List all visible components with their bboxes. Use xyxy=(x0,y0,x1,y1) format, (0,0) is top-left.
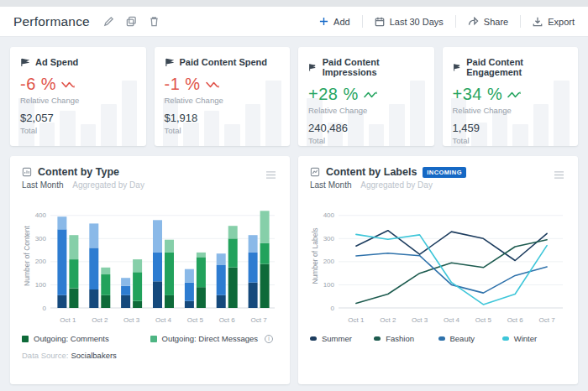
legend-item[interactable]: Winter xyxy=(502,334,566,343)
svg-text:0: 0 xyxy=(331,305,335,312)
kpi-total-value: 1,459 xyxy=(453,122,569,134)
chart-title: Content by Labels xyxy=(326,166,417,178)
legend-label: Beauty xyxy=(450,334,475,343)
kpi-title: Paid Content Impressions xyxy=(323,57,424,77)
content-by-labels-line-chart: 0100200300400Oct 1Oct 2Oct 3Oct 4Oct 5Oc… xyxy=(310,193,566,332)
chart-menu-icon[interactable] xyxy=(264,166,278,185)
export-button-label: Export xyxy=(548,17,575,27)
svg-text:200: 200 xyxy=(35,258,47,265)
kpi-title: Paid Content Engagement xyxy=(466,57,568,77)
data-source-value: Socialbakers xyxy=(71,351,116,360)
date-range-button[interactable]: Last 30 Days xyxy=(363,17,455,27)
chart-card-content-by-labels: Content by Labels INCOMING Last Month Ag… xyxy=(298,156,578,384)
kpi-title: Ad Spend xyxy=(35,57,78,67)
content-by-type-bar-chart: 0100200300400Oct 1Oct 2Oct 3Oct 4Oct 5Oc… xyxy=(22,193,278,332)
kpi-card-paid-content-spend[interactable]: Paid Content Spend -1 % Relative Change … xyxy=(155,47,291,146)
chart-menu-icon[interactable] xyxy=(552,166,566,185)
chart-aggregation: Aggregated by Day xyxy=(72,180,144,190)
page-title: Performance xyxy=(13,14,90,29)
svg-text:300: 300 xyxy=(323,235,335,242)
dashboard-header: Performance Add Last 30 Days Share Exp xyxy=(0,7,588,37)
add-button-label: Add xyxy=(333,17,350,27)
incoming-badge: INCOMING xyxy=(423,167,466,178)
svg-text:Oct 1: Oct 1 xyxy=(60,316,76,324)
svg-text:Oct 6: Oct 6 xyxy=(219,316,236,324)
svg-text:Oct 5: Oct 5 xyxy=(475,316,492,324)
svg-text:100: 100 xyxy=(323,281,335,289)
kpi-change-label: Relative Change xyxy=(165,96,281,105)
flag-icon xyxy=(308,63,317,72)
legend-label: Outgoing: Comments xyxy=(34,334,109,343)
legend-item[interactable]: Outgoing: Direct Messages i xyxy=(150,334,279,343)
kpi-card-paid-content-impressions[interactable]: Paid Content Impressions +28 % Relative … xyxy=(298,47,434,146)
svg-text:Oct 3: Oct 3 xyxy=(123,316,140,324)
svg-text:200: 200 xyxy=(323,258,335,265)
chart-period: Last Month xyxy=(22,180,63,190)
chart-legend: Summer Fashion Beauty Winter xyxy=(310,334,566,343)
svg-text:Number of Labels: Number of Labels xyxy=(311,227,319,284)
flag-icon xyxy=(165,58,174,67)
svg-text:Oct 6: Oct 6 xyxy=(507,316,524,324)
kpi-change-value: +34 % xyxy=(453,85,569,104)
duplicate-icon[interactable] xyxy=(126,16,137,27)
svg-text:Oct 1: Oct 1 xyxy=(348,316,365,324)
legend-item[interactable]: Outgoing: Comments xyxy=(22,334,150,343)
kpi-card-ad-spend[interactable]: Ad Spend -6 % Relative Change $2,057 Tot… xyxy=(10,47,146,146)
share-button-label: Share xyxy=(484,17,508,27)
kpi-change-value: -6 % xyxy=(20,75,136,94)
export-button[interactable]: Export xyxy=(521,17,575,27)
svg-text:100: 100 xyxy=(35,281,47,289)
svg-text:300: 300 xyxy=(35,235,47,242)
calendar-icon xyxy=(375,17,385,27)
export-icon xyxy=(533,17,543,27)
svg-text:400: 400 xyxy=(35,211,47,219)
legend-dot xyxy=(374,336,381,341)
svg-text:400: 400 xyxy=(323,211,335,219)
share-button[interactable]: Share xyxy=(456,17,520,27)
kpi-total-value: $1,918 xyxy=(165,112,281,124)
kpi-total-label: Total xyxy=(308,136,424,145)
trend-down-icon xyxy=(206,80,220,90)
svg-text:Oct 3: Oct 3 xyxy=(412,316,428,324)
svg-text:Oct 2: Oct 2 xyxy=(380,316,396,324)
chart-card-content-by-type: Content by Type Last Month Aggregated by… xyxy=(10,156,290,384)
trend-up-icon xyxy=(364,90,378,100)
flag-icon xyxy=(453,63,461,72)
chart-period: Last Month xyxy=(310,180,351,190)
flag-icon xyxy=(20,58,29,67)
legend-item[interactable]: Beauty xyxy=(438,334,502,343)
chart-title: Content by Type xyxy=(38,166,119,178)
window-top-strip xyxy=(0,0,588,7)
kpi-card-paid-content-engagement[interactable]: Paid Content Engagement +34 % Relative C… xyxy=(443,47,579,146)
kpi-change-label: Relative Change xyxy=(308,106,424,115)
legend-label: Summer xyxy=(322,334,352,343)
kpi-title: Paid Content Spend xyxy=(180,57,268,67)
svg-text:Number of Content: Number of Content xyxy=(23,225,31,285)
kpi-row: Ad Spend -6 % Relative Change $2,057 Tot… xyxy=(10,47,578,146)
svg-text:Oct 7: Oct 7 xyxy=(539,316,556,324)
kpi-change-label: Relative Change xyxy=(20,96,136,105)
legend-item[interactable]: Fashion xyxy=(374,334,438,343)
kpi-total-label: Total xyxy=(453,136,569,145)
svg-text:Oct 2: Oct 2 xyxy=(92,316,108,324)
data-source-row: Data Source:Socialbakers xyxy=(22,351,278,360)
share-icon xyxy=(468,17,479,26)
widget-type-icon xyxy=(310,167,320,177)
date-range-label: Last 30 Days xyxy=(390,17,444,27)
info-icon[interactable]: i xyxy=(265,335,273,343)
delete-icon[interactable] xyxy=(149,16,160,27)
kpi-change-value: +28 % xyxy=(308,85,424,104)
trend-down-icon xyxy=(61,80,76,90)
svg-text:Oct 5: Oct 5 xyxy=(187,316,204,324)
svg-text:Oct 4: Oct 4 xyxy=(155,316,172,324)
legend-label: Fashion xyxy=(386,334,414,343)
legend-item[interactable]: Summer xyxy=(310,334,374,343)
add-button[interactable]: Add xyxy=(307,17,362,27)
legend-swatch xyxy=(150,336,157,342)
legend-dot xyxy=(438,336,445,341)
edit-icon[interactable] xyxy=(103,16,114,27)
kpi-change-label: Relative Change xyxy=(453,106,569,115)
legend-label: Outgoing: Direct Messages xyxy=(162,334,259,343)
chart-aggregation: Aggregated by Day xyxy=(360,180,433,190)
kpi-total-value: $2,057 xyxy=(20,112,136,124)
